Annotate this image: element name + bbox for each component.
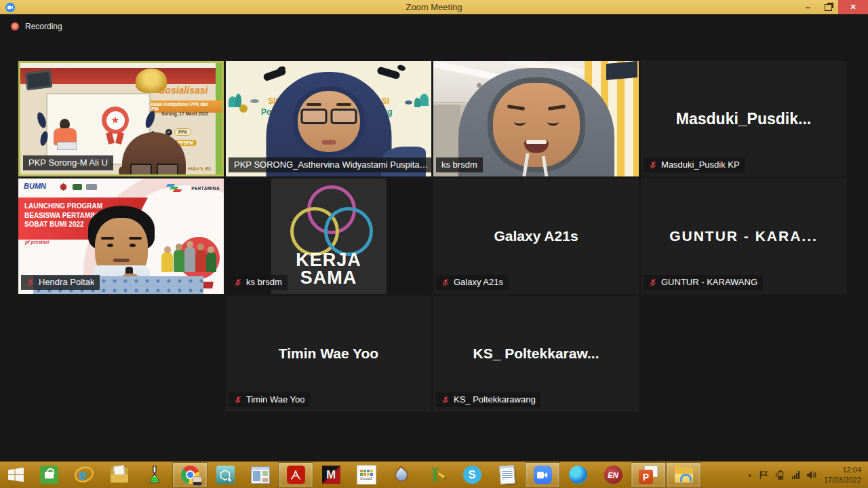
- taskbar-file-explorer-alt[interactable]: [666, 462, 701, 487]
- taskbar-chemsketch[interactable]: [208, 462, 243, 487]
- partner-logo-icon: [73, 184, 82, 190]
- kerja-sama-avatar: KERJA SAMA: [271, 179, 387, 294]
- pertamina-arrow-icon: [167, 184, 184, 192]
- ear: [119, 166, 126, 176]
- alignment-row: [360, 473, 373, 476]
- video-grid: Sosialisasi Penilaian Kompetensi PPK dan…: [18, 61, 846, 411]
- participant-name-text: Timin Wae Yoo: [246, 394, 304, 405]
- taskbar-data-viewer-app[interactable]: [243, 462, 278, 487]
- mic-muted-icon: [649, 278, 657, 286]
- avatar-text: KERJA SAMA: [271, 252, 387, 286]
- prestasi-text: pf prestasi: [25, 240, 49, 244]
- taskbar-quill-app[interactable]: [384, 462, 419, 487]
- glasses-lens: [300, 109, 327, 124]
- illustration-laptop: [57, 142, 77, 150]
- partner-logo-icon: [86, 184, 97, 190]
- notepad-lines: [501, 469, 513, 479]
- figure-yellow: [161, 252, 173, 272]
- windows-taskbar: e: [0, 462, 868, 488]
- figure-head: [197, 244, 204, 250]
- participant-name-text: GUNTUR - KARAWANG: [661, 277, 757, 287]
- viewer-pane: [262, 471, 268, 476]
- action-center-flag-icon[interactable]: [759, 470, 768, 480]
- viewer-titlebar: [252, 467, 269, 470]
- power-battery-icon[interactable]: [775, 470, 785, 480]
- taskbar-powerpoint[interactable]: P: [631, 462, 666, 487]
- participant-name-label: GUNTUR - KARAWANG: [644, 275, 763, 290]
- taskbar-endnote[interactable]: EN: [595, 462, 631, 487]
- video-tile-masduki[interactable]: Masduki_Pusdik... Masduki_Pusdik KP: [641, 61, 846, 176]
- taskbar-microsoft-edge[interactable]: [560, 462, 595, 487]
- chrome-icon: [181, 466, 199, 484]
- slide-date: Sorong, 17 Maret 2022: [161, 111, 208, 116]
- taskbar-lab-beaker-app[interactable]: [137, 462, 172, 487]
- taskbar-internet-explorer[interactable]: e: [66, 462, 102, 487]
- figure-head: [164, 246, 171, 253]
- video-tile-galaxy-a21s[interactable]: Galaxy A21s Galaxy A21s: [433, 179, 639, 294]
- glasses-lens: [157, 164, 178, 176]
- mic-muted-icon: [441, 278, 450, 286]
- bumn-logo: BUMN: [24, 182, 46, 190]
- participant-name-label: Hendra Poltak: [21, 275, 100, 290]
- cursor-glyph: [227, 476, 234, 483]
- start-button[interactable]: [0, 462, 31, 487]
- badge-ppk: PPK: [174, 128, 191, 136]
- explorer-folder-icon: [675, 468, 693, 483]
- glasses: [130, 164, 178, 176]
- alignment-row: [360, 470, 373, 472]
- slide-title: Sosialisasi: [159, 85, 208, 96]
- store-bag: [45, 472, 54, 478]
- teeth: [526, 140, 547, 144]
- participant-name-label: Timin Wae Yoo: [229, 392, 310, 407]
- slide-watermark: HAn's BL: [188, 166, 212, 172]
- coral-decor: [414, 98, 420, 107]
- skype-icon: S: [463, 466, 481, 484]
- participant-name-label: Masduki_Pusdik KP: [644, 157, 745, 172]
- video-tile-guntur[interactable]: GUNTUR - KARA... GUNTUR - KARAWANG: [641, 179, 846, 294]
- network-signal-icon[interactable]: [792, 471, 800, 479]
- tray-time: 12:04: [824, 465, 861, 475]
- chemsketch-icon: [216, 466, 235, 484]
- wall-strip: [20, 63, 222, 68]
- taskbar-google-chrome[interactable]: [172, 462, 208, 487]
- taskbar-skype[interactable]: S: [454, 462, 490, 487]
- taskbar-file-explorer[interactable]: [102, 462, 137, 487]
- video-tile-poltekkarawang[interactable]: KS_ Poltekkaraw... KS_ Poltekkarawang: [433, 296, 639, 411]
- video-tile-pkp-sorong-ali[interactable]: Sosialisasi Penilaian Kompetensi PPK dan…: [18, 61, 224, 176]
- taskbar-notepad[interactable]: [490, 462, 525, 487]
- video-tile-hendra-poltak[interactable]: BUMN PERTAMINA LAUNCHING PROGRAM BEASISW…: [18, 179, 224, 294]
- speaker-volume-icon[interactable]: [806, 470, 817, 480]
- taskbar-zoom[interactable]: [525, 462, 560, 487]
- participant-name-label: ks brsdm: [229, 275, 288, 290]
- crest-logo-icon: [60, 183, 66, 191]
- eyebrow: [129, 237, 142, 240]
- eye: [547, 118, 559, 126]
- window-titlebar[interactable]: Zoom Meeting – ✕: [0, 0, 868, 14]
- eyebrow: [336, 103, 351, 106]
- viewer-pane: [253, 471, 260, 481]
- taskbar-windows-store[interactable]: [31, 462, 66, 487]
- video-tile-ks-brsdm-video[interactable]: ks brsdm: [433, 61, 639, 176]
- figure-red: [195, 249, 206, 272]
- recording-label: Recording: [25, 22, 62, 31]
- tray-overflow-button[interactable]: ▲: [747, 472, 752, 477]
- folder-front: [111, 474, 128, 483]
- medal-star: ★: [106, 111, 125, 130]
- meeting-content: Recording Sosialisasi Penilaian Kompeten…: [0, 14, 868, 462]
- taskbar-bioedit[interactable]: [419, 462, 454, 487]
- folder-arch: [680, 474, 692, 482]
- participant-name-label: PKP Sorong-M Ali U: [23, 155, 113, 170]
- folder-tab: [675, 465, 682, 468]
- video-tile-timin[interactable]: Timin Wae Yoo Timin Wae Yoo: [226, 296, 431, 411]
- taskbar-clustalx2[interactable]: Clustal2: [349, 462, 384, 487]
- taskbar-mega[interactable]: M: [313, 462, 349, 487]
- video-tile-ks-brsdm-avatar[interactable]: KERJA SAMA ks brsdm: [226, 179, 431, 294]
- svg-text:e: e: [79, 466, 87, 483]
- video-tile-asthervina[interactable]: SISTEM C NOVASI Politeknik n Sorong PK: [226, 61, 431, 176]
- tray-clock[interactable]: 12:04 17/03/2022: [824, 465, 861, 485]
- glasses-lens: [130, 164, 152, 176]
- profile-thumbnail: [193, 476, 202, 486]
- eyes: [107, 244, 136, 247]
- viewer-pane: [262, 478, 268, 482]
- taskbar-adobe-acrobat[interactable]: [278, 462, 313, 487]
